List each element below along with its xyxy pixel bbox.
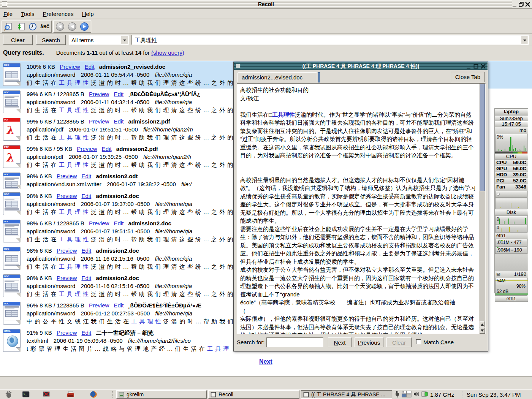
preview-link[interactable]: Preview: [89, 91, 109, 97]
edit-link[interactable]: Edit: [102, 146, 112, 152]
result-date: 2006-01-07 19:51:51 -0500: [69, 126, 138, 133]
taskbar-button-gkrellm[interactable]: gkrellm: [116, 390, 207, 399]
eth-label: eth1: [496, 233, 506, 239]
menu-preferences[interactable]: Preferences: [40, 9, 77, 19]
menu-help[interactable]: Help: [79, 9, 97, 19]
preview-minimize-icon[interactable]: [466, 63, 472, 69]
edit-link[interactable]: Edit: [81, 329, 91, 336]
temperature-row: GPU56.0C: [495, 166, 528, 172]
terminal-icon[interactable]: >_: [21, 390, 30, 399]
edit-link[interactable]: Edit: [85, 63, 95, 70]
preview-link[interactable]: Preview: [57, 173, 77, 179]
preview-link[interactable]: Preview: [89, 220, 109, 226]
minimize-icon[interactable]: [512, 2, 518, 7]
advanced-search-icon[interactable]: [3, 22, 14, 32]
preview-paragraph: 我们生活在□工具理性泛滥的时代。作为“世之显学”的诸种以“事实”与“价值”的二分…: [240, 111, 476, 160]
gkrellm-monitor[interactable]: laptop Sun23Sep 15:47 05 mo 0% CPU CPU59…: [494, 108, 528, 293]
gnome-foot-icon[interactable]: [4, 390, 13, 399]
result-date: 2006-01-07 19:38:22 -0500: [107, 181, 176, 187]
edit-link[interactable]: Edit: [81, 247, 91, 254]
menu-tools[interactable]: Tools: [17, 9, 38, 19]
show-query-link[interactable]: (show query): [151, 49, 184, 56]
history-dropdown-icon[interactable]: [521, 36, 528, 44]
result-url: file:///home/qian2/m: [143, 126, 193, 133]
preview-scrollbar[interactable]: [479, 84, 485, 334]
scroll-up-icon[interactable]: [480, 321, 485, 327]
result-filename: admission2.doc: [96, 275, 139, 281]
result-filename: admission2.doc: [96, 247, 139, 254]
previous-page-icon[interactable]: [67, 22, 78, 32]
edit-link[interactable]: Edit: [114, 91, 124, 97]
volume-icon[interactable]: [413, 391, 420, 398]
preview-link[interactable]: Preview: [57, 275, 77, 281]
preview-close-icon[interactable]: [480, 63, 486, 69]
preview-tab[interactable]: admission2...evised.doc: [238, 72, 317, 82]
scrollbar-thumb[interactable]: [480, 84, 485, 191]
disk-label: Disk: [495, 209, 528, 216]
find-previous-button[interactable]: Previous: [355, 337, 383, 347]
document-history-icon[interactable]: [27, 22, 38, 32]
preview-link[interactable]: Preview: [57, 329, 77, 336]
cpu-frequency-value: 1.87 GHz: [430, 391, 454, 398]
cpu-chart-spikes: [496, 134, 528, 151]
restore-icon[interactable]: [518, 2, 524, 7]
preview-link[interactable]: Preview: [77, 146, 97, 152]
close-tab-button[interactable]: Close Tab: [451, 72, 485, 82]
scroll-down-icon[interactable]: [480, 328, 485, 334]
preview-link[interactable]: Preview: [57, 193, 77, 199]
taskbar-button-recoll[interactable]: Recoll: [208, 390, 299, 399]
taskbar-button-preview[interactable]: (( 工 PHRASE 4 具 PHRASE ...: [301, 390, 392, 399]
close-icon[interactable]: [525, 2, 530, 7]
net-in-value: .011M - 477: [497, 240, 522, 245]
search-bar: Clear Search All terms 工具理性: [0, 34, 532, 46]
edit-link[interactable]: Edit: [114, 118, 124, 125]
result-mimetype: application/msword: [27, 255, 75, 262]
search-button[interactable]: Search: [36, 35, 66, 45]
temperature-row: HDD39.0C: [495, 172, 528, 178]
search-input[interactable]: 工具理性: [131, 35, 529, 45]
find-next-button[interactable]: Next: [328, 337, 352, 347]
edit-link[interactable]: Edit: [114, 220, 124, 226]
firefox-icon[interactable]: [89, 390, 98, 399]
first-page-icon[interactable]: [55, 22, 65, 32]
preview-link[interactable]: Preview: [60, 63, 80, 70]
cpu-frequency-icon[interactable]: [421, 391, 428, 398]
menu-file[interactable]: File: [0, 9, 16, 19]
preview-text-area[interactable]: 高校招生的社会功能和目的文/钱江我们生活在□工具理性泛滥的时代。作为“世之显学”…: [237, 83, 486, 334]
find-clear-button: Clear: [386, 337, 412, 347]
search-mode-select[interactable]: All terms: [69, 35, 129, 45]
find-input[interactable]: [266, 337, 323, 347]
fan-krell-panel[interactable]: [495, 191, 527, 198]
next-page-link[interactable]: Next: [259, 358, 272, 365]
disk-chart-1: 0: [495, 216, 527, 224]
term-explorer-icon[interactable]: ÂBĈ: [40, 22, 50, 32]
taskbar-clock[interactable]: Sun Sep 23, 3:47 PM: [467, 391, 521, 398]
preview-maximize-icon[interactable]: [473, 63, 479, 69]
result-filename: admission2.pdf: [116, 146, 158, 152]
clock-separator: [462, 391, 463, 398]
result-mimetype: application/msword: [27, 228, 75, 234]
preview-link[interactable]: Preview: [89, 118, 109, 125]
preview-paragraph: 高校招生最明显的目的当然是选拔人才。但这选拔人才的目标却不仅仅是人们假定“因材施…: [240, 176, 476, 334]
result-url: file:///home/qia: [155, 99, 192, 105]
match-case-checkbox[interactable]: [416, 339, 421, 344]
edit-link[interactable]: Edit: [114, 302, 124, 309]
recoll-task-icon: [211, 392, 216, 397]
clear-button[interactable]: Clear: [3, 35, 33, 45]
result-date: 2006-01-07 19:37:00 -0500: [81, 201, 150, 207]
edit-link[interactable]: Edit: [81, 193, 91, 199]
preview-link[interactable]: Preview: [89, 302, 109, 309]
chevron-down-icon[interactable]: [121, 36, 128, 44]
edit-link[interactable]: Edit: [81, 173, 91, 179]
typewriter-icon[interactable]: [66, 390, 75, 399]
panel-separator: [112, 391, 113, 398]
sort-parameters-icon[interactable]: [15, 22, 26, 32]
fan-value: 3348: [515, 184, 526, 190]
next-page-icon[interactable]: [79, 22, 90, 32]
edit-link[interactable]: Edit: [81, 275, 91, 281]
preview-link[interactable]: Preview: [57, 247, 77, 254]
doc-file-icon: DOC: [2, 63, 22, 86]
display-off-icon[interactable]: [42, 390, 51, 399]
workspace-switcher-icon[interactable]: [402, 391, 412, 399]
power-plug-icon[interactable]: [394, 391, 400, 399]
